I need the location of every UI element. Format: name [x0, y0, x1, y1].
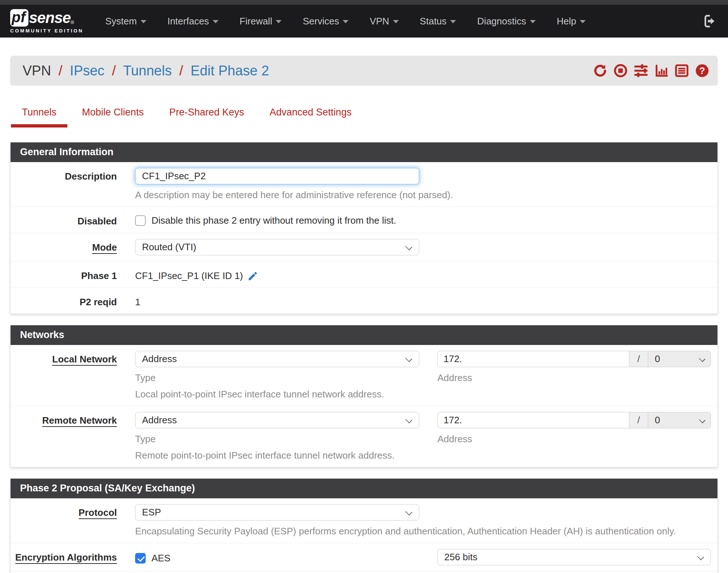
breadcrumb-separator: /	[55, 63, 66, 78]
local-network-type-help: Type	[135, 372, 419, 384]
local-network-prefix-select[interactable]: 0	[648, 351, 711, 367]
chevron-down-icon	[276, 20, 282, 23]
aes-checkbox[interactable]	[135, 553, 146, 564]
row-local-network: Local Network Address Type 172. / 0	[11, 345, 717, 406]
pfsense-logo[interactable]: pf sense ® COMMUNITY EDITION	[10, 9, 83, 34]
chevron-down-icon	[530, 20, 536, 23]
protocol-select-value: ESP	[142, 507, 161, 518]
logo-sense: sense	[29, 9, 71, 27]
nav-item-status[interactable]: Status	[420, 16, 456, 27]
mode-label: Mode	[11, 239, 135, 255]
nav-item-services[interactable]: Services	[303, 16, 349, 27]
nav-item-label: Services	[303, 16, 339, 27]
row-protocol: Protocol ESP Encapsulating Security Payl…	[11, 498, 717, 543]
local-network-prefix-separator: /	[629, 351, 648, 367]
sliders-icon[interactable]	[633, 63, 649, 78]
nav-item-help[interactable]: Help	[557, 16, 586, 27]
nav-menu: System Interfaces Firewall Services VPN …	[105, 16, 586, 27]
bar-chart-icon[interactable]	[654, 63, 669, 78]
tab-pre-shared-keys[interactable]: Pre-Shared Keys	[158, 101, 255, 127]
local-network-type-select[interactable]: Address	[135, 351, 419, 367]
nav-item-label: Firewall	[240, 16, 272, 27]
panel-general-information: General Information Description A descri…	[10, 142, 718, 314]
aes-checkbox-label: AES	[151, 553, 170, 564]
aes-keylen-value: 256 bits	[444, 552, 477, 563]
remote-network-prefix-value: 0	[655, 415, 660, 426]
stop-icon[interactable]	[613, 63, 628, 78]
breadcrumb: VPN / IPsec / Tunnels / Edit Phase 2	[10, 56, 718, 86]
mode-select[interactable]: Routed (VTI)	[135, 239, 419, 255]
nav-item-label: VPN	[370, 16, 389, 27]
logo-registered-mark: ®	[71, 20, 74, 25]
main-navbar: pf sense ® COMMUNITY EDITION System Inte…	[0, 5, 728, 38]
breadcrumb-link-ipsec[interactable]: IPsec	[70, 63, 105, 78]
nav-item-label: Diagnostics	[477, 16, 526, 27]
local-network-type-value: Address	[142, 353, 177, 365]
svg-text:?: ?	[699, 65, 705, 76]
panel-phase2-proposal: Phase 2 Proposal (SA/Key Exchange) Proto…	[10, 478, 718, 573]
local-network-help: Local point-to-point IPsec interface tun…	[135, 389, 711, 400]
nav-item-label: Help	[557, 16, 576, 27]
description-input[interactable]	[135, 168, 419, 184]
aes-keylen-select[interactable]: 256 bits	[437, 549, 711, 565]
phase1-label: Phase 1	[11, 267, 135, 282]
panel-title: Phase 2 Proposal (SA/Key Exchange)	[11, 479, 717, 498]
nav-item-interfaces[interactable]: Interfaces	[168, 16, 219, 27]
breadcrumb-link-edit-phase-2[interactable]: Edit Phase 2	[190, 63, 269, 78]
refresh-icon[interactable]	[593, 63, 608, 78]
tab-mobile-clients[interactable]: Mobile Clients	[71, 101, 155, 127]
description-help: A description may be entered here for ad…	[135, 189, 711, 201]
remote-network-prefix-select[interactable]: 0	[648, 412, 711, 428]
chevron-down-icon	[450, 20, 456, 23]
remote-network-label: Remote Network	[11, 412, 135, 461]
row-mode: Mode Routed (VTI)	[11, 233, 717, 261]
row-encryption-aes: Encryption Algorithms AES 256 bits	[11, 543, 717, 571]
breadcrumb-current: VPN	[23, 63, 51, 78]
row-remote-network: Remote Network Address Type 172. / 0	[11, 406, 717, 467]
nav-item-system[interactable]: System	[105, 16, 146, 27]
breadcrumb-link-tunnels[interactable]: Tunnels	[123, 63, 172, 78]
chevron-down-icon	[213, 20, 219, 23]
tab-advanced-settings[interactable]: Advanced Settings	[259, 101, 362, 127]
panel-title: General Information	[11, 142, 717, 162]
sign-out-icon[interactable]	[703, 13, 718, 29]
protocol-label: Protocol	[11, 504, 135, 537]
disabled-label: Disabled	[11, 213, 135, 227]
chevron-down-icon	[393, 20, 399, 23]
row-encryption-aes128gcm: AES128-GCM Auto	[11, 571, 717, 573]
p2-reqid-value: 1	[135, 294, 711, 308]
panel-networks: Networks Local Network Address Type 172.…	[10, 325, 718, 467]
row-description: Description A description may be entered…	[11, 162, 717, 207]
disabled-checkbox[interactable]	[135, 215, 146, 226]
logo-pf: pf	[10, 9, 28, 27]
protocol-select[interactable]: ESP	[135, 504, 419, 521]
remote-network-prefix-separator: /	[629, 412, 648, 428]
list-icon[interactable]	[674, 63, 689, 78]
help-icon[interactable]: ?	[694, 63, 710, 78]
pencil-icon[interactable]	[247, 270, 259, 282]
page-tabs: Tunnels Mobile Clients Pre-Shared Keys A…	[11, 101, 718, 127]
row-p2-reqid: P2 reqid 1	[11, 287, 717, 314]
breadcrumb-separator: /	[176, 63, 187, 78]
remote-network-type-select[interactable]: Address	[135, 412, 419, 428]
disabled-checkbox-label: Disable this phase 2 entry without remov…	[151, 215, 396, 226]
encryption-algorithms-label: Encryption Algorithms	[11, 549, 135, 565]
remote-network-type-help: Type	[135, 433, 419, 445]
local-network-address-input[interactable]: 172.	[437, 351, 629, 367]
local-network-label: Local Network	[11, 351, 135, 400]
nav-item-label: System	[105, 16, 137, 27]
tab-tunnels[interactable]: Tunnels	[11, 101, 67, 127]
phase1-value: CF1_IPsec_P1 (IKE ID 1)	[135, 270, 243, 282]
nav-item-diagnostics[interactable]: Diagnostics	[477, 16, 535, 27]
window-top-strip	[0, 0, 728, 5]
row-disabled: Disabled Disable this phase 2 entry with…	[11, 207, 717, 233]
nav-item-vpn[interactable]: VPN	[370, 16, 398, 27]
remote-network-type-value: Address	[142, 415, 177, 426]
remote-network-address-input[interactable]: 172.	[437, 412, 629, 428]
p2-reqid-label: P2 reqid	[11, 294, 135, 308]
remote-network-address-help: Address	[437, 433, 711, 445]
mode-select-value: Routed (VTI)	[142, 242, 196, 253]
nav-item-firewall[interactable]: Firewall	[240, 16, 282, 27]
description-label: Description	[11, 168, 135, 201]
panel-title: Networks	[11, 325, 717, 345]
